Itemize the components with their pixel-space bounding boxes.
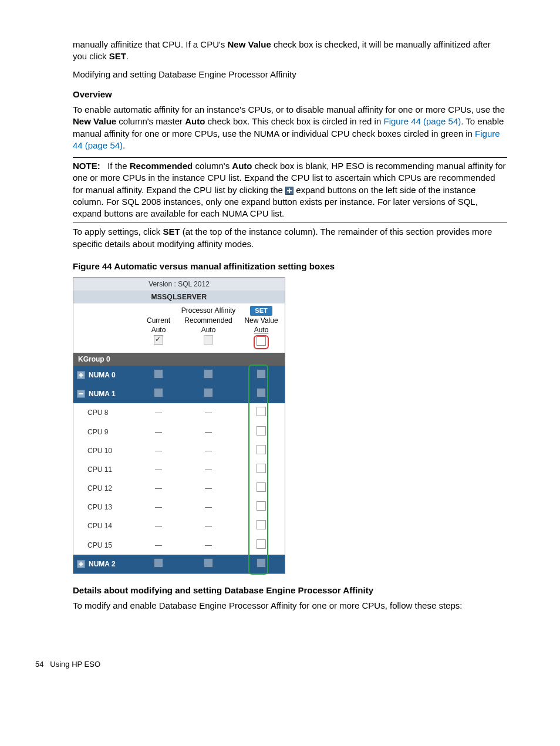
cpu-label: CPU 14 — [73, 521, 138, 531]
cpu-row: CPU 12 — — — [73, 479, 285, 498]
text: To enable automatic affinity for an inst… — [73, 104, 505, 114]
details-paragraph: To modify and enable Database Engine Pro… — [73, 600, 507, 612]
cpu-row: CPU 11 — — — [73, 460, 285, 479]
details-heading: Details about modifying and setting Data… — [73, 585, 507, 596]
text: If the — [107, 161, 130, 171]
cpu-checkbox[interactable] — [257, 464, 266, 473]
divider — [73, 222, 507, 222]
figure-caption: Figure 44 Automatic versus manual affini… — [73, 261, 507, 272]
auto-label-recommended: Auto — [179, 325, 238, 335]
numa-2-label: NUMA 2 — [89, 559, 116, 569]
numa-checkbox[interactable] — [154, 388, 163, 397]
col-new-value: New Value — [238, 316, 285, 325]
cpu-checkbox[interactable] — [257, 539, 266, 549]
cpu-row: CPU 13 — — — [73, 498, 285, 517]
processor-affinity-label: Processor Affinity — [179, 306, 238, 316]
collapse-icon[interactable] — [77, 390, 85, 398]
note-label: NOTE: — [73, 161, 100, 171]
text: column's — [193, 161, 232, 171]
dash: — — [179, 446, 238, 455]
new-value-auto-checkbox[interactable] — [257, 336, 266, 346]
text: . — [126, 51, 129, 61]
link-figure-44-a[interactable]: Figure 44 (page 54) — [383, 116, 461, 126]
cpu-row: CPU 14 — — — [73, 517, 285, 535]
bold-set: SET — [163, 227, 180, 237]
dash: — — [179, 427, 238, 437]
dash: — — [138, 541, 179, 550]
dash: — — [138, 446, 179, 455]
numa-checkbox[interactable] — [154, 558, 163, 568]
numa-checkbox[interactable] — [257, 369, 266, 379]
cpu-checkbox[interactable] — [257, 445, 266, 454]
cpu-label: CPU 8 — [73, 408, 138, 417]
col-current: Current — [138, 316, 179, 325]
bold-auto: Auto — [185, 116, 205, 126]
cpu-row: CPU 8 — — — [73, 403, 285, 422]
kgroup-0-header: KGroup 0 — [73, 353, 285, 366]
figure-header: Processor Affinity SET Current Recommend… — [73, 303, 285, 352]
paragraph-intro-2: Modifying and setting Database Engine Pr… — [73, 69, 507, 80]
expand-icon[interactable] — [77, 371, 85, 379]
text: column's master — [116, 116, 185, 126]
numa-checkbox[interactable] — [154, 369, 163, 379]
numa-2-row: NUMA 2 — [73, 555, 285, 573]
cpu-label: CPU 15 — [73, 541, 138, 550]
dash: — — [138, 465, 179, 474]
version-bar: Version : SQL 2012 — [73, 278, 285, 291]
bold-new-value: New Value — [228, 39, 271, 49]
cpu-label: CPU 11 — [73, 465, 138, 474]
auto-label-new: Auto — [238, 325, 285, 335]
numa-checkbox — [204, 369, 213, 379]
figure-44: Version : SQL 2012 MSSQLSERVER Processor… — [73, 277, 285, 574]
numa-checkbox — [204, 388, 213, 397]
cpu-checkbox[interactable] — [257, 501, 266, 511]
current-auto-checkbox[interactable] — [154, 335, 163, 345]
recommended-auto-checkbox — [204, 335, 213, 345]
dash: — — [138, 484, 179, 493]
bold-set: SET — [109, 51, 126, 61]
numa-checkbox — [204, 558, 213, 568]
page-footer: 54 Using HP ESO — [35, 659, 525, 670]
cpu-checkbox[interactable] — [257, 407, 266, 416]
cpu-checkbox[interactable] — [257, 482, 266, 492]
col-recommended: Recommended — [179, 316, 238, 325]
dash: — — [179, 465, 238, 474]
numa-checkbox[interactable] — [257, 388, 266, 397]
dash: — — [138, 427, 179, 437]
dash: — — [138, 502, 179, 512]
section-title: Using HP ESO — [50, 660, 100, 669]
server-bar: MSSQLSERVER — [73, 291, 285, 303]
cpu-row: CPU 15 — — — [73, 536, 285, 555]
numa-1-row: NUMA 1 — [73, 384, 285, 403]
bold-new-value: New Value — [73, 116, 116, 126]
bold-recommended: Recommended — [130, 161, 193, 171]
cpu-row: CPU 10 — — — [73, 441, 285, 460]
text: manually affinitize that CPU. If a CPU's — [73, 39, 228, 49]
dash: — — [179, 502, 238, 512]
note-block: NOTE: If the Recommended column's Auto c… — [73, 160, 507, 220]
cpu-label: CPU 9 — [73, 427, 138, 437]
dash: — — [179, 484, 238, 493]
overview-paragraph: To enable automatic affinity for an inst… — [73, 104, 507, 151]
text: . — [123, 140, 125, 150]
apply-paragraph: To apply settings, click SET (at the top… — [73, 226, 507, 250]
text: To apply settings, click — [73, 227, 163, 237]
cpu-checkbox[interactable] — [257, 426, 266, 436]
dash: — — [138, 408, 179, 417]
set-button[interactable]: SET — [250, 306, 272, 316]
bold-auto: Auto — [232, 161, 252, 171]
dash: — — [179, 521, 238, 531]
numa-checkbox[interactable] — [257, 558, 266, 568]
cpu-checkbox[interactable] — [257, 520, 266, 529]
numa-0-label: NUMA 0 — [89, 370, 116, 380]
divider — [73, 157, 507, 158]
expand-icon[interactable] — [77, 560, 85, 568]
cpu-label: CPU 12 — [73, 484, 138, 493]
cpu-label: CPU 10 — [73, 446, 138, 455]
dash: — — [179, 408, 238, 417]
expand-icon — [285, 187, 294, 195]
paragraph-intro-1: manually affinitize that CPU. If a CPU's… — [73, 39, 507, 63]
red-circle-annotation — [254, 335, 269, 349]
auto-label-current: Auto — [138, 325, 179, 335]
dash: — — [138, 521, 179, 531]
